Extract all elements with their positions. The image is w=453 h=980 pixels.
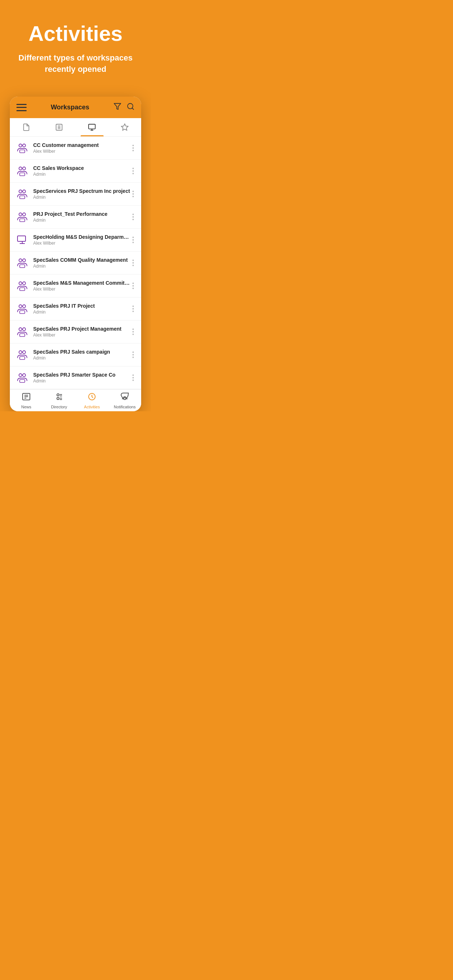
svg-point-30: [22, 282, 26, 285]
list-item[interactable]: SpecSales M&S Management Committee Alex …: [10, 275, 141, 298]
svg-rect-19: [20, 196, 25, 199]
item-icon: [16, 256, 29, 269]
list-item[interactable]: SpecSales COMM Quality Management Admin: [10, 251, 141, 275]
more-dots[interactable]: [131, 167, 135, 175]
item-sub: Alex Wilber: [33, 240, 131, 246]
doc-icon: [22, 123, 30, 134]
more-dots[interactable]: [131, 374, 135, 382]
item-icon: [16, 233, 29, 247]
item-info: SpecSales COMM Quality Management Admin: [33, 257, 131, 269]
item-info: PRJ Project_Test Performance Admin: [33, 211, 131, 223]
svg-rect-13: [20, 150, 25, 153]
list-item[interactable]: SpecSales PRJ Project Management Alex Wi…: [10, 320, 141, 344]
item-info: CC Customer management Alex Wilber: [33, 142, 131, 154]
svg-point-41: [19, 374, 22, 377]
item-info: SpecSales PRJ Project Management Alex Wi…: [33, 326, 131, 337]
svg-point-32: [19, 305, 22, 308]
svg-point-39: [22, 351, 26, 354]
item-info: CC Sales Workspace Admin: [33, 165, 131, 177]
svg-rect-34: [20, 310, 25, 313]
more-dots[interactable]: [131, 236, 135, 244]
nav-notifications[interactable]: Notifications: [108, 392, 141, 409]
tab-doc[interactable]: [10, 118, 43, 136]
tab-monitor[interactable]: [75, 118, 108, 136]
item-icon: [16, 188, 29, 200]
directory-icon: [55, 392, 64, 403]
list-item[interactable]: CC Customer management Alex Wilber: [10, 137, 141, 160]
svg-point-51: [57, 398, 59, 399]
more-dots[interactable]: [131, 305, 135, 313]
more-dots[interactable]: [131, 213, 135, 221]
item-info: SpecSales PRJ IT Project Admin: [33, 303, 131, 315]
more-dots[interactable]: [131, 328, 135, 336]
item-sub: Admin: [33, 264, 131, 269]
svg-point-38: [19, 351, 22, 354]
header-icons: [113, 102, 135, 112]
item-sub: Admin: [33, 218, 131, 223]
nav-directory[interactable]: Directory: [43, 392, 75, 409]
svg-point-11: [19, 144, 22, 147]
list-item[interactable]: SpecSales PRJ Smarter Space Co Admin: [10, 366, 141, 389]
item-info: SpecSales PRJ Smarter Space Co Admin: [33, 372, 131, 383]
svg-rect-28: [20, 265, 25, 267]
more-dots[interactable]: [131, 351, 135, 359]
item-name: SpecSales PRJ IT Project: [33, 303, 131, 309]
page-title: Activities: [11, 22, 140, 45]
more-dots[interactable]: [131, 282, 135, 290]
item-name: SpecSales PRJ Smarter Space Co: [33, 372, 131, 378]
item-icon: [16, 210, 29, 223]
list-item[interactable]: SpecHolding M&S Designing Deparment Alex…: [10, 229, 141, 251]
svg-point-48: [57, 394, 59, 396]
svg-point-12: [22, 144, 26, 147]
item-name: CC Customer management: [33, 142, 131, 148]
tab-bar: [10, 118, 141, 137]
item-name: PRJ Project_Test Performance: [33, 211, 131, 217]
card-header: Workspaces: [10, 97, 141, 118]
svg-rect-16: [20, 173, 25, 176]
activities-icon: [88, 392, 96, 403]
svg-rect-7: [89, 124, 95, 129]
item-name: SpecServices PRJ Spectrum Inc project: [33, 188, 131, 194]
tab-list[interactable]: [43, 118, 75, 136]
svg-point-36: [22, 328, 26, 331]
item-sub: Admin: [33, 172, 131, 177]
item-sub: Alex Wilber: [33, 332, 131, 337]
svg-point-26: [19, 259, 22, 262]
list-item[interactable]: SpecSales PRJ Sales campaign Admin: [10, 344, 141, 366]
svg-rect-31: [20, 288, 25, 291]
svg-point-17: [19, 190, 22, 193]
hero-subtitle: Different types of workspaces recently o…: [11, 52, 140, 75]
item-icon: [16, 279, 29, 293]
item-info: SpecServices PRJ Spectrum Inc project Ad…: [33, 188, 131, 200]
list-item[interactable]: CC Sales Workspace Admin: [10, 160, 141, 183]
menu-icon[interactable]: [16, 104, 27, 111]
item-name: SpecSales COMM Quality Management: [33, 257, 131, 263]
list-item[interactable]: SpecServices PRJ Spectrum Inc project Ad…: [10, 183, 141, 205]
svg-point-20: [19, 213, 22, 216]
item-icon: [16, 142, 29, 154]
nav-activities[interactable]: Activities: [75, 392, 108, 409]
item-sub: Alex Wilber: [33, 286, 131, 292]
nav-news[interactable]: News: [10, 392, 43, 409]
item-sub: Admin: [33, 310, 131, 315]
list-item[interactable]: SpecSales PRJ IT Project Admin: [10, 298, 141, 320]
nav-notifications-label: Notifications: [114, 405, 136, 409]
svg-point-18: [22, 190, 26, 193]
svg-point-29: [19, 282, 22, 285]
more-dots[interactable]: [131, 190, 135, 198]
item-icon: [16, 348, 29, 361]
filter-icon[interactable]: [113, 102, 121, 112]
search-icon[interactable]: [126, 102, 135, 112]
item-icon: [16, 371, 29, 384]
svg-rect-22: [20, 219, 25, 222]
svg-rect-23: [18, 236, 26, 241]
more-dots[interactable]: [131, 144, 135, 152]
item-info: SpecSales PRJ Sales campaign Admin: [33, 349, 131, 361]
item-icon: [16, 164, 29, 178]
nav-activities-label: Activities: [84, 405, 100, 409]
workspaces-title: Workspaces: [51, 103, 89, 111]
svg-rect-43: [20, 380, 25, 382]
tab-star[interactable]: [108, 118, 141, 136]
more-dots[interactable]: [131, 259, 135, 267]
list-item[interactable]: PRJ Project_Test Performance Admin: [10, 205, 141, 229]
